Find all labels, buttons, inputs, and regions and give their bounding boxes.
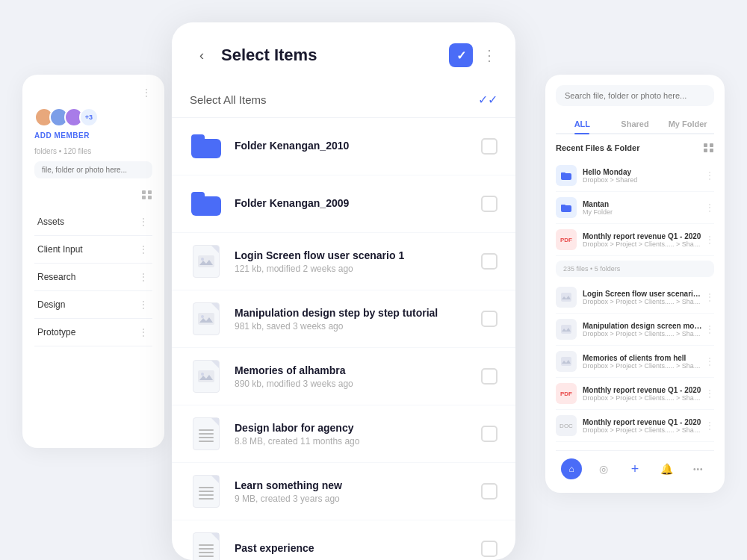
file-info: Monthly report revenue Q1 - 2020 Dropbox… (583, 232, 702, 248)
list-item[interactable]: Folder Kenangan_2010 (172, 118, 515, 175)
assets-more-icon[interactable]: ⋮ (138, 216, 149, 228)
svg-rect-10 (561, 293, 571, 302)
add-member-button[interactable]: ADD MEMBER (34, 131, 152, 140)
file-path: Dropbox > Project > Clients..... > Share… (583, 394, 702, 402)
file-info: Folder Kenangan_2010 (235, 140, 481, 154)
avatar-count: +3 (79, 108, 99, 127)
main-panel: ‹ Select Items ⋮ Select All Items ✓✓ Fol… (172, 22, 515, 560)
main-header: ‹ Select Items ⋮ (172, 22, 515, 82)
sidebar-item-prototype[interactable]: Prototype ⋮ (34, 319, 152, 346)
grid-view-icon[interactable] (34, 190, 152, 199)
list-item[interactable]: Memories of alhambra 890 kb, modified 3 … (172, 348, 515, 405)
item-more-icon[interactable]: ⋮ (705, 388, 714, 399)
more-nav-button[interactable]: ••• (688, 458, 709, 479)
select-all-label: Select All Items (190, 93, 267, 106)
list-item[interactable]: Manipulation design screen mockup Dropbo… (556, 314, 714, 346)
list-item[interactable]: Login Screen flow user scenario 1 121 kb… (172, 233, 515, 290)
list-item[interactable]: Learn something new 9 MB, created 3 year… (172, 463, 515, 520)
select-all-checkbox[interactable] (449, 43, 473, 67)
file-name: Learn something new (235, 479, 481, 491)
grid-icon[interactable] (704, 143, 714, 152)
zip-file-icon (190, 417, 223, 450)
sidebar-item-research[interactable]: Research ⋮ (34, 264, 152, 291)
double-checkmark-icon[interactable]: ✓✓ (478, 93, 498, 107)
file-name: Memories of clients from hell (583, 354, 702, 362)
item-checkbox[interactable] (481, 196, 498, 212)
list-item[interactable]: Design labor for agency 8.8 MB, created … (172, 405, 515, 463)
bell-nav-button[interactable]: 🔔 (656, 458, 677, 479)
tab-my-folder[interactable]: My Folder (661, 115, 714, 133)
item-checkbox[interactable] (481, 311, 498, 327)
file-path: My Folder (583, 208, 702, 216)
file-meta: 890 kb, modified 3 weeks ago (235, 379, 481, 389)
file-info: Past experience (235, 542, 481, 556)
file-name: Past experience (235, 542, 481, 554)
file-name: Monthly report revenue Q1 - 2020 (583, 386, 702, 394)
file-name: Monthly report revenue Q1 - 2020 (583, 418, 702, 426)
home-nav-button[interactable]: ⌂ (561, 458, 582, 479)
file-info: Monthly report revenue Q1 - 2020 Dropbox… (583, 418, 702, 434)
list-item[interactable]: Past experience (172, 520, 515, 560)
folder-icon (556, 165, 577, 186)
file-info: Design labor for agency 8.8 MB, created … (235, 422, 481, 447)
more-options-button[interactable]: ⋮ (482, 46, 498, 64)
tab-all[interactable]: ALL (556, 115, 609, 133)
item-checkbox[interactable] (481, 426, 498, 442)
right-panel: ALL Shared My Folder Recent Files & Fold… (545, 75, 725, 493)
recent-header: Recent Files & Folder (556, 143, 714, 152)
research-more-icon[interactable]: ⋮ (138, 271, 149, 283)
right-search-input[interactable] (556, 85, 714, 106)
folder-icon (190, 187, 223, 220)
list-item[interactable]: Mantan My Folder ⋮ (556, 192, 714, 224)
select-all-row[interactable]: Select All Items ✓✓ (172, 82, 515, 118)
item-more-icon[interactable]: ⋮ (705, 170, 714, 181)
back-button[interactable]: ‹ (190, 43, 214, 67)
list-item[interactable]: Manipulation design step by step tutoria… (172, 290, 515, 348)
image-icon (556, 351, 577, 372)
file-name: Monthly report revenue Q1 - 2020 (583, 232, 702, 240)
file-path: Dropbox > Project > Clients..... > Share… (583, 330, 702, 337)
list-item[interactable]: PDF Monthly report revenue Q1 - 2020 Dro… (556, 378, 714, 410)
sidebar-item-assets[interactable]: Assets ⋮ (34, 208, 152, 236)
design-more-icon[interactable]: ⋮ (138, 299, 149, 311)
list-item[interactable]: Login Screen flow user scenario 1 Dropbo… (556, 281, 714, 314)
client-input-more-icon[interactable]: ⋮ (138, 243, 149, 255)
list-item[interactable]: Folder Kenangan_2009 (172, 175, 515, 233)
recent-section-title: Recent Files & Folder (556, 143, 639, 152)
file-info: Learn something new 9 MB, created 3 year… (235, 479, 481, 504)
svg-rect-11 (561, 325, 571, 334)
file-path: Dropbox > Project > Clients..... > Share… (583, 362, 702, 370)
item-checkbox[interactable] (481, 483, 498, 500)
item-more-icon[interactable]: ⋮ (705, 202, 714, 213)
list-item[interactable]: PDF Monthly report revenue Q1 - 2020 Dro… (556, 224, 714, 256)
item-more-icon[interactable]: ⋮ (705, 234, 714, 245)
more-icon-left[interactable]: ⋮ (141, 87, 152, 99)
item-checkbox[interactable] (481, 541, 498, 557)
list-item[interactable]: DOC Monthly report revenue Q1 - 2020 Dro… (556, 410, 714, 442)
sidebar-item-design[interactable]: Design ⋮ (34, 291, 152, 319)
image-file-icon (190, 360, 223, 393)
item-checkbox[interactable] (481, 138, 498, 155)
item-more-icon[interactable]: ⋮ (705, 324, 714, 335)
image-icon (556, 319, 577, 340)
tab-shared[interactable]: Shared (609, 115, 662, 133)
left-info-text: folders • 120 files (34, 147, 152, 155)
file-meta: 9 MB, created 3 years ago (235, 494, 481, 504)
sidebar-item-client-input[interactable]: Client Input ⋮ (34, 236, 152, 264)
item-checkbox[interactable] (481, 253, 498, 270)
prototype-more-icon[interactable]: ⋮ (138, 326, 149, 338)
item-more-icon[interactable]: ⋮ (705, 420, 714, 431)
list-item[interactable]: Hello Monday Dropbox > Shared ⋮ (556, 160, 714, 192)
list-item[interactable]: Memories of clients from hell Dropbox > … (556, 346, 714, 378)
item-more-icon[interactable]: ⋮ (705, 292, 714, 302)
file-info: Login Screen flow user scenario 1 Dropbo… (583, 290, 702, 305)
folder-icon (556, 197, 577, 218)
right-tabs: ALL Shared My Folder (556, 115, 714, 134)
file-name: Mantan (583, 200, 702, 208)
add-nav-button[interactable]: + (624, 458, 645, 479)
item-more-icon[interactable]: ⋮ (705, 356, 714, 367)
left-search-input[interactable] (34, 161, 152, 178)
svg-rect-7 (561, 172, 565, 175)
item-checkbox[interactable] (481, 368, 498, 385)
compass-nav-button[interactable]: ◎ (593, 458, 614, 479)
